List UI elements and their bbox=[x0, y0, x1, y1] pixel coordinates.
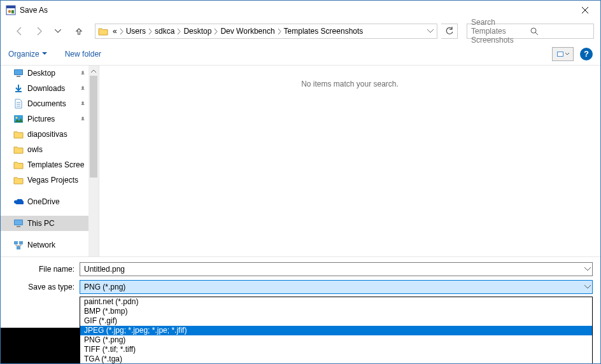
breadcrumb-item[interactable]: Desktop bbox=[181, 24, 213, 38]
view-options-button[interactable] bbox=[552, 47, 574, 61]
tree-item[interactable]: Documents bbox=[1, 96, 99, 111]
filetype-option[interactable]: JPEG (*.jpg; *.jpeg; *.jpe; *.jfif) bbox=[80, 326, 592, 335]
pictures-icon bbox=[13, 114, 24, 124]
empty-message: No items match your search. bbox=[301, 80, 399, 256]
tree-item bbox=[1, 188, 99, 194]
folder-icon bbox=[13, 160, 24, 170]
back-button[interactable] bbox=[12, 24, 27, 39]
tree-item bbox=[1, 209, 99, 216]
chevron-down-icon[interactable] bbox=[584, 267, 591, 271]
svg-rect-17 bbox=[17, 246, 20, 249]
tree-item[interactable]: OneDrive bbox=[1, 194, 99, 209]
download-icon bbox=[13, 83, 24, 94]
filetype-option[interactable]: GIF (*.gif) bbox=[80, 316, 592, 326]
breadcrumb-item[interactable]: Users bbox=[124, 24, 148, 38]
scrollbar[interactable] bbox=[88, 66, 99, 256]
svg-rect-6 bbox=[558, 52, 563, 56]
breadcrumb-separator[interactable] bbox=[148, 29, 153, 34]
tree-item-label: owls bbox=[27, 145, 43, 154]
address-dropdown-icon[interactable] bbox=[424, 29, 437, 33]
filename-input[interactable]: Untitled.png bbox=[80, 262, 593, 276]
filetype-option[interactable]: PNG (*.png) bbox=[80, 335, 592, 345]
filetype-option[interactable]: TGA (*.tga) bbox=[80, 354, 592, 364]
scrollbar-thumb[interactable] bbox=[90, 76, 97, 178]
filetype-label: Save as type: bbox=[8, 283, 80, 291]
close-button[interactable] bbox=[570, 1, 599, 19]
filetype-dropdown[interactable]: paint.net (*.pdn)BMP (*.bmp)GIF (*.gif)J… bbox=[80, 297, 593, 364]
tree-item-label: diapositivas bbox=[27, 130, 67, 139]
search-icon bbox=[530, 27, 590, 36]
navigation-tree[interactable]: DesktopDownloadsDocumentsPicturesdiaposi… bbox=[1, 66, 99, 256]
new-folder-button[interactable]: New folder bbox=[65, 50, 101, 59]
chevron-down-icon bbox=[42, 52, 47, 55]
tree-item-label: Desktop bbox=[27, 69, 55, 78]
tree-item[interactable]: Downloads bbox=[1, 81, 99, 96]
folder-icon bbox=[13, 144, 24, 155]
tree-item[interactable]: Pictures bbox=[1, 111, 99, 127]
up-button[interactable] bbox=[72, 24, 86, 38]
pin-icon bbox=[80, 70, 86, 76]
filetype-select[interactable]: PNG (*.png) bbox=[80, 280, 593, 294]
breadcrumb-separator[interactable] bbox=[213, 29, 218, 34]
breadcrumb-separator[interactable] bbox=[119, 29, 124, 34]
pin-icon bbox=[80, 101, 86, 107]
tree-item[interactable]: This PC bbox=[1, 216, 99, 231]
svg-point-2 bbox=[8, 10, 11, 13]
tree-item[interactable]: Network bbox=[1, 237, 99, 253]
svg-rect-15 bbox=[14, 241, 18, 244]
filetype-option[interactable]: paint.net (*.pdn) bbox=[80, 297, 592, 307]
desktop-icon bbox=[13, 68, 24, 78]
tree-item-label: This PC bbox=[27, 219, 55, 228]
refresh-button[interactable] bbox=[441, 24, 458, 39]
svg-rect-3 bbox=[11, 10, 14, 13]
search-input[interactable]: Search Templates Screenshots bbox=[467, 24, 594, 39]
svg-rect-13 bbox=[15, 220, 22, 225]
folder-icon bbox=[13, 129, 24, 139]
tree-item-label: Documents bbox=[27, 99, 66, 108]
recent-locations-button[interactable] bbox=[50, 24, 66, 39]
tree-item[interactable]: Desktop bbox=[1, 66, 99, 81]
thispc-icon bbox=[13, 218, 24, 228]
document-icon bbox=[13, 99, 24, 109]
breadcrumb-item[interactable]: sdkca bbox=[153, 24, 176, 38]
tree-item[interactable]: owls bbox=[1, 142, 99, 157]
folder-icon bbox=[13, 175, 24, 185]
breadcrumb-ellipsis[interactable]: « bbox=[111, 24, 119, 38]
pin-icon bbox=[80, 116, 86, 122]
tree-item-label: Network bbox=[27, 241, 55, 249]
svg-rect-1 bbox=[6, 6, 15, 8]
file-list-area: No items match your search. bbox=[99, 66, 600, 256]
pin-icon bbox=[80, 85, 86, 92]
filetype-option[interactable]: TIFF (*.tif; *.tiff) bbox=[80, 345, 592, 354]
filetype-option[interactable]: BMP (*.bmp) bbox=[80, 307, 592, 316]
chevron-down-icon[interactable] bbox=[584, 285, 591, 289]
tree-item bbox=[1, 231, 99, 237]
tree-item[interactable]: Vegas Projects bbox=[1, 172, 99, 188]
breadcrumb-separator[interactable] bbox=[277, 29, 282, 34]
tree-item-label: OneDrive bbox=[27, 197, 60, 206]
organize-button[interactable]: Organize bbox=[8, 50, 47, 59]
breadcrumb-item[interactable]: Dev Workbench bbox=[218, 24, 276, 38]
obscured-region bbox=[1, 328, 80, 363]
help-button[interactable]: ? bbox=[580, 48, 593, 60]
search-placeholder: Search Templates Screenshots bbox=[471, 18, 530, 45]
svg-rect-16 bbox=[19, 241, 23, 244]
svg-point-11 bbox=[16, 117, 18, 119]
tree-item-label: Pictures bbox=[27, 115, 55, 123]
svg-rect-14 bbox=[17, 226, 20, 227]
address-bar[interactable]: « UserssdkcaDesktopDev WorkbenchTemplate… bbox=[95, 24, 437, 39]
app-icon bbox=[6, 5, 16, 15]
svg-point-4 bbox=[531, 28, 536, 33]
scroll-up-icon[interactable] bbox=[88, 66, 99, 76]
breadcrumb-separator[interactable] bbox=[176, 29, 181, 34]
tree-item[interactable]: diapositivas bbox=[1, 127, 99, 142]
folder-icon bbox=[95, 27, 111, 36]
tree-item-label: Templates Scree bbox=[27, 160, 84, 169]
tree-item-label: Vegas Projects bbox=[27, 176, 78, 185]
forward-button[interactable] bbox=[31, 24, 46, 39]
svg-rect-9 bbox=[17, 76, 20, 77]
breadcrumb-item[interactable]: Templates Screenshots bbox=[282, 24, 365, 38]
tree-item[interactable]: Templates Scree bbox=[1, 157, 99, 172]
window-title: Save As bbox=[20, 6, 570, 15]
onedrive-icon bbox=[13, 197, 24, 207]
